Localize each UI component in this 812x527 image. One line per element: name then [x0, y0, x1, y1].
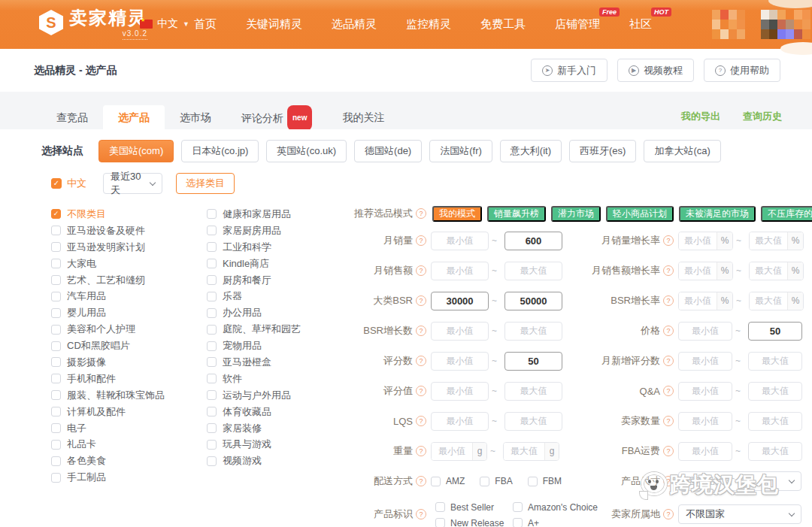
delivery-option[interactable]: FBM	[528, 476, 562, 486]
help-tip-icon[interactable]: ?	[416, 386, 426, 396]
category-checkbox[interactable]	[51, 456, 61, 466]
bsr-growth-count-max-input[interactable]	[504, 322, 562, 341]
badge-checkbox[interactable]	[435, 502, 445, 512]
category-checkbox[interactable]	[51, 390, 61, 400]
category-item[interactable]: 工业和科学	[207, 239, 301, 256]
beginner-guide-button[interactable]: ➤ 新手入门	[531, 59, 607, 82]
monthly-sales-max-input[interactable]	[504, 232, 562, 250]
my-exports-link[interactable]: 我的导出	[681, 110, 720, 123]
category-item[interactable]: 婴儿用品	[51, 304, 165, 321]
bsr-growth-count-min-input[interactable]	[431, 322, 489, 341]
category-item[interactable]: 厨房和餐厅	[207, 272, 301, 289]
tab-my-follows[interactable]: 我的关注	[327, 105, 399, 129]
tab-select-market[interactable]: 选市场	[165, 105, 226, 129]
category-item[interactable]: 宠物用品	[207, 338, 301, 354]
category-checkbox[interactable]	[207, 423, 217, 433]
nav-item[interactable]: 免费工具	[480, 17, 526, 32]
help-tip-icon[interactable]: ?	[663, 386, 674, 396]
category-checkbox[interactable]	[51, 341, 61, 351]
category-checkbox[interactable]	[207, 292, 217, 301]
category-checkbox[interactable]	[207, 407, 217, 416]
category-item[interactable]: 庭院、草坪和园艺	[207, 321, 301, 338]
lqs-max-input[interactable]	[504, 412, 562, 431]
tab-select-products[interactable]: 选产品	[103, 105, 165, 129]
category-checkbox[interactable]	[51, 226, 61, 235]
nav-item[interactable]: 选品精灵	[332, 17, 377, 32]
site-button[interactable]: 美国站(com)	[98, 140, 174, 162]
date-range-select[interactable]: 最近30天	[103, 173, 162, 194]
tab-check-competitors[interactable]: 查竞品	[41, 105, 103, 129]
badge-checkbox[interactable]	[513, 502, 523, 512]
category-item[interactable]: 体育收藏品	[207, 404, 301, 420]
revenue-growth-max-input[interactable]	[750, 262, 787, 280]
price-min-input[interactable]	[678, 322, 732, 341]
help-tip-icon[interactable]: ?	[663, 326, 674, 336]
category-checkbox[interactable]	[207, 242, 217, 252]
weight-max-input[interactable]	[504, 443, 544, 460]
site-button[interactable]: 加拿大站(ca)	[644, 140, 720, 162]
bsr-min-input[interactable]	[431, 292, 489, 310]
category-item[interactable]: 玩具与游戏	[207, 436, 301, 453]
help-tip-icon[interactable]: ?	[663, 446, 674, 456]
help-tip-icon[interactable]: ?	[416, 235, 426, 246]
category-checkbox[interactable]	[207, 325, 217, 335]
category-checkbox[interactable]	[207, 456, 217, 466]
category-checkbox[interactable]	[207, 440, 217, 450]
price-max-input[interactable]	[748, 322, 802, 341]
badge-option-best-seller[interactable]: Best Seller	[435, 502, 513, 513]
product-size-select[interactable]: 选产品尺寸	[678, 471, 801, 491]
bsr-growth-max-input[interactable]	[750, 292, 787, 310]
category-checkbox[interactable]	[207, 341, 217, 351]
mode-button[interactable]: 潜力市场	[551, 206, 601, 222]
help-tip-icon[interactable]: ?	[663, 295, 674, 306]
category-checkbox[interactable]	[51, 325, 61, 335]
query-history-link[interactable]: 查询历史	[743, 110, 782, 123]
badge-option-new-release[interactable]: New Release	[435, 518, 513, 527]
help-tip-icon[interactable]: ?	[416, 326, 426, 336]
category-item[interactable]: 办公用品	[207, 304, 301, 321]
mode-button[interactable]: 不压库存的市场	[761, 206, 812, 222]
category-checkbox[interactable]	[207, 374, 217, 383]
help-tip-icon[interactable]: ?	[416, 509, 426, 519]
category-item[interactable]: 手机和配件	[51, 371, 165, 387]
category-item[interactable]: 健康和家居用品	[207, 206, 301, 223]
help-tip-icon[interactable]: ?	[663, 356, 674, 366]
category-checkbox[interactable]	[51, 407, 61, 416]
app-logo[interactable]: S 卖家精灵 v3.0.2	[39, 7, 147, 40]
chinese-checkbox[interactable]	[51, 178, 62, 189]
category-checkbox[interactable]	[51, 308, 61, 318]
category-item[interactable]: 亚马逊发明家计划	[51, 239, 165, 256]
fba-fee-max-input[interactable]	[748, 442, 802, 461]
category-checkbox[interactable]	[51, 423, 61, 433]
monthly-revenue-min-input[interactable]	[431, 262, 489, 280]
help-tip-icon[interactable]: ?	[416, 208, 426, 219]
category-checkbox[interactable]	[51, 209, 61, 219]
monthly-sales-min-input[interactable]	[431, 232, 489, 250]
badge-checkbox[interactable]	[435, 518, 445, 527]
help-tip-icon[interactable]: ?	[663, 265, 674, 276]
badge-checkbox[interactable]	[513, 518, 523, 527]
site-button[interactable]: 法国站(fr)	[429, 140, 492, 162]
help-tip-icon[interactable]: ?	[663, 476, 674, 486]
category-item[interactable]: 乐器	[207, 288, 301, 304]
site-button[interactable]: 意大利(it)	[500, 140, 562, 162]
category-checkbox[interactable]	[207, 357, 217, 367]
category-item[interactable]: 视频游戏	[207, 453, 301, 469]
category-item[interactable]: 汽车用品	[51, 288, 165, 304]
site-button[interactable]: 德国站(de)	[354, 140, 422, 162]
mode-button[interactable]: 未被满足的市场	[679, 206, 756, 222]
category-checkbox[interactable]	[207, 209, 217, 219]
category-checkbox[interactable]	[207, 308, 217, 318]
category-item[interactable]: Kindle商店	[207, 256, 301, 272]
delivery-checkbox[interactable]	[431, 477, 441, 486]
revenue-growth-min-input[interactable]	[679, 262, 717, 280]
bsr-growth-min-input[interactable]	[679, 292, 717, 310]
category-item[interactable]: 家居厨房用品	[207, 223, 301, 239]
category-checkbox[interactable]	[51, 473, 61, 483]
nav-item[interactable]: 首页	[194, 17, 217, 32]
category-checkbox[interactable]	[51, 259, 61, 268]
help-tip-icon[interactable]: ?	[663, 235, 674, 246]
category-checkbox[interactable]	[207, 275, 217, 285]
ratings-count-min-input[interactable]	[431, 352, 489, 371]
help-button[interactable]: ? 使用帮助	[704, 59, 780, 82]
